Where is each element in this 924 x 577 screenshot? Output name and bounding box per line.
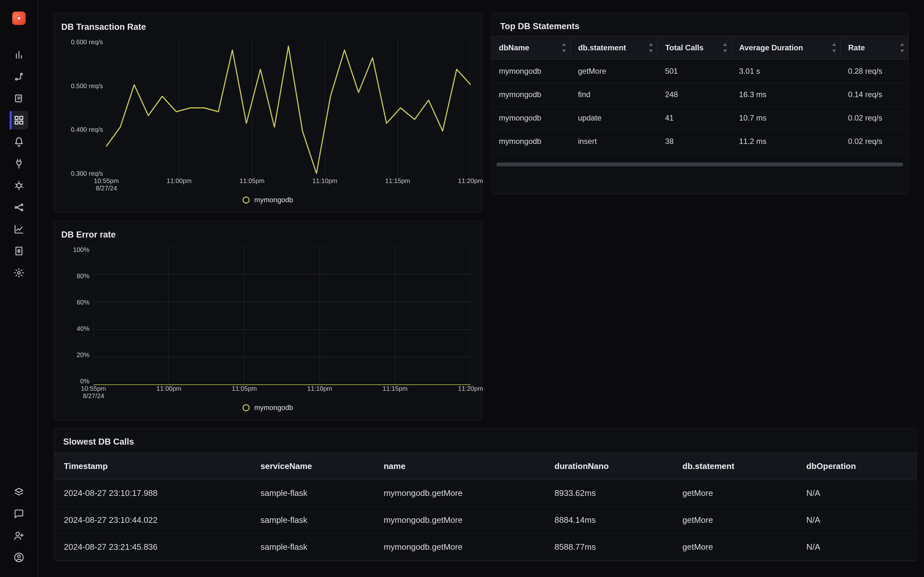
nav-secondary	[0, 483, 38, 567]
col-db-statement[interactable]: db.statement	[570, 36, 657, 60]
sidebar-item-integrations[interactable]	[10, 155, 28, 173]
app-logo[interactable]	[12, 11, 26, 25]
table-row[interactable]: 2024-08-27 23:21:45.836sample-flaskmymon…	[54, 534, 917, 561]
y-tick: 20%	[77, 351, 89, 359]
chart-body[interactable]: 100% 80% 60% 40% 20% 0%	[61, 242, 475, 414]
panel-top-db-statements: Top DB Statements dbName db.statement To…	[491, 13, 909, 194]
table-row[interactable]: mymongodbgetMore5013.01 s0.28 req/s	[491, 60, 908, 83]
nav-primary	[10, 45, 28, 282]
col-duration-nano[interactable]: durationNano	[545, 453, 673, 480]
table-cell: 38	[657, 130, 732, 153]
table-cell: 0.28 req/s	[840, 60, 908, 83]
table-row[interactable]: mymongodbinsert3811.2 ms0.02 req/s	[491, 130, 908, 153]
table-cell: 2024-08-27 23:21:45.836	[54, 534, 251, 561]
panel-db-error-rate: DB Error rate 100% 80% 60% 40% 20% 0%	[54, 221, 482, 421]
table-cell: sample-flask	[251, 480, 374, 507]
gear-icon	[14, 268, 24, 278]
table-row[interactable]: 2024-08-27 23:10:44.022sample-flaskmymon…	[54, 507, 917, 534]
svg-rect-9	[15, 121, 18, 124]
table-cell: update	[570, 106, 657, 130]
scroll-icon	[14, 93, 24, 103]
table-cell: getMore	[570, 60, 657, 83]
plug-icon	[14, 159, 24, 169]
sidebar-item-account[interactable]	[10, 548, 28, 567]
svg-line-21	[17, 205, 21, 207]
sidebar-item-alerts[interactable]	[10, 133, 28, 151]
sidebar-item-traces[interactable]	[10, 67, 28, 86]
col-rate[interactable]: Rate	[840, 36, 908, 60]
x-tick-time: 11:20pm	[458, 385, 483, 392]
horizontal-scrollbar[interactable]	[496, 163, 903, 166]
table-cell: getMore	[673, 480, 796, 507]
table-cell: 501	[657, 60, 732, 83]
y-tick: 0.600 req/s	[71, 39, 103, 46]
sidebar-item-layers[interactable]	[10, 483, 28, 501]
chart-body[interactable]: 0.600 req/s 0.500 req/s 0.400 req/s 0.30…	[61, 35, 475, 206]
sidebar-item-exceptions[interactable]	[10, 176, 28, 195]
x-tick-time: 11:15pm	[383, 385, 408, 392]
x-axis: 10:55pm8/27/24 11:00pm 11:05pm 11:10pm 1…	[106, 177, 471, 191]
bell-icon	[14, 137, 24, 147]
table-cell: getMore	[673, 507, 796, 534]
sidebar-item-logs[interactable]	[10, 89, 28, 108]
sort-icon	[899, 43, 905, 52]
sidebar-item-usage[interactable]	[10, 220, 28, 239]
table-row[interactable]: 2024-08-27 23:10:17.988sample-flaskmymon…	[54, 480, 917, 507]
sort-icon	[648, 43, 654, 52]
sidebar-item-dashboards[interactable]	[10, 111, 28, 129]
svg-point-11	[17, 183, 21, 187]
col-name[interactable]: name	[374, 453, 545, 480]
table-cell: N/A	[796, 507, 917, 534]
table-cell: 0.02 req/s	[840, 106, 908, 130]
col-db-operation[interactable]: dbOperation	[796, 453, 917, 480]
col-db-name[interactable]: dbName	[491, 36, 570, 60]
svg-line-22	[17, 207, 21, 210]
chart-legend[interactable]: mymongodb	[61, 404, 475, 412]
panel-slowest-db-calls: Slowest DB Calls Timestamp serviceName n…	[54, 428, 917, 561]
sidebar-item-settings[interactable]	[10, 263, 28, 282]
x-tick-time: 11:10pm	[307, 385, 333, 392]
table-cell: mymongodb.getMore	[374, 507, 545, 534]
receipt-icon	[14, 246, 24, 256]
x-axis: 10:55pm8/27/24 11:00pm 11:05pm 11:10pm 1…	[94, 385, 471, 399]
x-tick-time: 11:00pm	[167, 177, 192, 185]
table-cell: 11.2 ms	[732, 130, 841, 153]
sidebar-item-invite[interactable]	[10, 526, 28, 545]
line-chart-icon	[14, 224, 24, 234]
x-tick-time: 11:10pm	[312, 177, 338, 185]
table-cell: mymongodb	[491, 106, 570, 130]
main-content: DB Transaction Rate 0.600 req/s 0.500 re…	[39, 0, 924, 577]
panel-title: Slowest DB Calls	[54, 437, 917, 447]
user-circle-icon	[14, 552, 24, 562]
table-header-row: Timestamp serviceName name durationNano …	[54, 453, 917, 480]
col-timestamp[interactable]: Timestamp	[54, 453, 251, 480]
table-cell: 2024-08-27 23:10:17.988	[54, 480, 251, 507]
legend-swatch-icon	[242, 404, 250, 411]
y-tick: 0.500 req/s	[71, 82, 103, 90]
table-row[interactable]: mymongodbfind24816.3 ms0.14 req/s	[491, 83, 908, 106]
col-total-calls[interactable]: Total Calls	[657, 36, 732, 60]
chart-legend[interactable]: mymongodb	[61, 196, 475, 204]
sort-icon	[831, 43, 837, 52]
col-avg-duration[interactable]: Average Duration	[732, 36, 841, 60]
table-cell: 2024-08-27 23:10:44.022	[54, 507, 251, 534]
col-db-statement[interactable]: db.statement	[673, 453, 796, 480]
table-cell: N/A	[796, 534, 917, 561]
sort-icon	[722, 43, 728, 52]
col-service-name[interactable]: serviceName	[251, 453, 374, 480]
sidebar-item-support[interactable]	[10, 504, 28, 523]
y-tick: 0.300 req/s	[71, 170, 103, 177]
layout-grid-icon	[14, 115, 24, 125]
sidebar-item-billing[interactable]	[10, 242, 28, 260]
table-cell: 248	[657, 83, 732, 106]
bug-icon	[14, 181, 24, 191]
sidebar-item-service-map[interactable]	[10, 198, 28, 217]
network-icon	[14, 202, 24, 213]
sidebar-item-metrics[interactable]	[10, 45, 28, 64]
x-tick-time: 10:55pm	[94, 177, 119, 185]
route-icon	[14, 71, 24, 82]
y-tick: 40%	[77, 325, 89, 332]
scrollbar-thumb[interactable]	[496, 163, 903, 166]
table-cell: mymongodb	[491, 60, 570, 83]
table-row[interactable]: mymongodbupdate4110.7 ms0.02 req/s	[491, 106, 908, 130]
